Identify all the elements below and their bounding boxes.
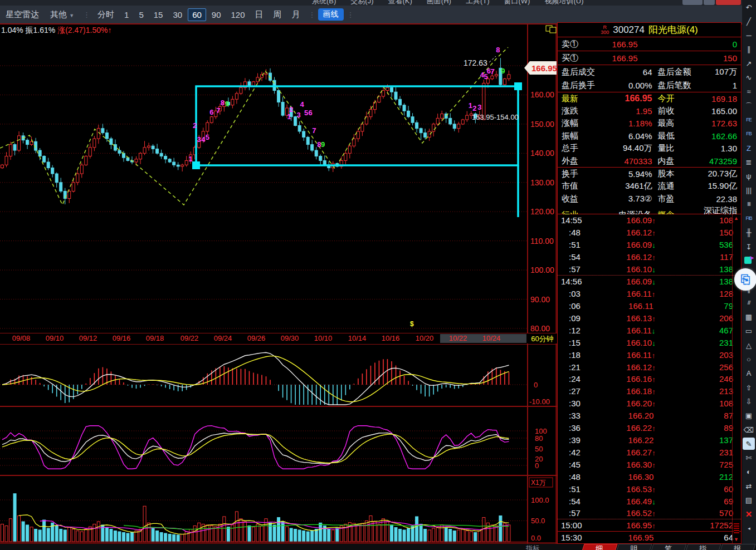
- fib-retracement-icon[interactable]: |||: [743, 184, 755, 197]
- fib-expansion-icon[interactable]: FE: [743, 114, 755, 126]
- arrow-down-icon[interactable]: ⇩: [743, 395, 755, 407]
- period-button-30[interactable]: 30: [168, 8, 187, 21]
- candle: [466, 115, 469, 120]
- copy-icon[interactable]: ▣: [743, 410, 755, 422]
- scroll-thumb[interactable]: [734, 523, 739, 533]
- candle: [457, 124, 460, 129]
- menu-item-6[interactable]: 视频培训(U): [544, 0, 583, 6]
- fib-fan-icon[interactable]: FB: [743, 128, 755, 140]
- current-price-tag: 166.95: [524, 61, 557, 75]
- brush-icon[interactable]: ✎: [743, 438, 755, 450]
- volume-pane[interactable]: X1万100.050.00.0: [0, 476, 557, 544]
- bottom-tab-笔[interactable]: 笔: [650, 544, 686, 550]
- ask-row: 卖①166.950: [558, 37, 741, 51]
- other-dropdown[interactable]: 其他 ▼: [45, 9, 80, 20]
- menu-item-1[interactable]: 交易(J): [350, 0, 373, 6]
- bottom-tab-明[interactable]: 明: [616, 544, 652, 550]
- candle: [206, 122, 209, 131]
- range-label: 153.95-154.00: [472, 113, 519, 121]
- arrow-up-icon[interactable]: ⇧: [743, 381, 755, 394]
- speed-lines-icon[interactable]: ‖‖: [743, 198, 755, 210]
- minimize-button[interactable]: [682, 0, 703, 5]
- drag-handle[interactable]: [192, 161, 200, 169]
- kdj-pane[interactable]: 1008050200: [0, 407, 557, 476]
- x-axis-label: 09/12: [79, 334, 97, 342]
- bottom-tab-报[interactable]: 报: [719, 544, 755, 550]
- period-button-15[interactable]: 15: [149, 8, 168, 21]
- rect-draw-active-icon[interactable]: ➤: [743, 254, 755, 267]
- delete-drawings-icon[interactable]: ✕: [743, 508, 755, 520]
- price-chart[interactable]: 170.00160.00150.00140.00130.00120.00110.…: [0, 24, 557, 333]
- menu-item-2[interactable]: 查看(K): [388, 0, 412, 6]
- candle: [240, 87, 242, 93]
- radar-button[interactable]: 星空雷达: [0, 9, 45, 20]
- menu-item-5[interactable]: 窗口(W): [504, 0, 530, 6]
- draw-line-button[interactable]: 画线: [318, 8, 344, 21]
- close-button[interactable]: [716, 0, 741, 5]
- period-button-120[interactable]: 120: [227, 8, 250, 21]
- period-button-分时[interactable]: 分时: [93, 8, 119, 22]
- svg-text:3: 3: [197, 135, 201, 144]
- horizontal-line-icon[interactable]: ─: [743, 30, 755, 42]
- gann-grid-icon[interactable]: ╫: [743, 227, 755, 239]
- hatched-rect-icon[interactable]: ▦: [743, 311, 755, 323]
- drop-arrow-icon[interactable]: ↧: [743, 240, 755, 253]
- candle: [181, 165, 184, 166]
- regression-channel-icon[interactable]: ///: [743, 297, 755, 309]
- ruler-icon[interactable]: ▤: [743, 494, 755, 507]
- undo-icon[interactable]: ↶: [743, 1, 755, 13]
- candle: [139, 153, 142, 159]
- period-button-月[interactable]: 月: [287, 8, 305, 22]
- pitchfork-icon[interactable]: ψ: [743, 170, 755, 183]
- triangle-icon[interactable]: △: [743, 339, 755, 351]
- rectangle-icon[interactable]: ▭: [743, 325, 755, 337]
- y-axis-label: 150.00: [530, 120, 554, 129]
- curve-icon[interactable]: ∿: [743, 72, 755, 84]
- x-axis-label: 09/30: [281, 334, 299, 342]
- menu-item-4[interactable]: 工具(T): [466, 0, 490, 6]
- fib-time-icon[interactable]: FIB: [743, 213, 755, 225]
- bottom-tab-指[interactable]: 指: [685, 544, 721, 550]
- maximize-button[interactable]: [704, 0, 715, 5]
- tick-scrollbar[interactable]: ▲ ▼: [732, 214, 741, 543]
- scissors-icon[interactable]: ✄: [743, 452, 755, 464]
- scroll-up-icon[interactable]: ▲: [734, 215, 739, 221]
- svg-text:3: 3: [297, 111, 301, 119]
- flip-icon[interactable]: ⇄: [743, 480, 755, 492]
- share-icon[interactable]: ⎘: [734, 268, 756, 291]
- quote-row-涨幅: 涨幅1.18%最高172.63: [558, 117, 741, 130]
- ellipse-icon[interactable]: ○: [743, 353, 755, 366]
- erase-icon[interactable]: ⌫: [743, 424, 755, 436]
- drag-handle[interactable]: [514, 82, 522, 90]
- arc-icon[interactable]: ⌒: [743, 100, 755, 112]
- period-button-1[interactable]: 1: [120, 8, 133, 21]
- split-view-icon[interactable]: [546, 26, 556, 33]
- period-button-5[interactable]: 5: [134, 8, 148, 21]
- wave-icon[interactable]: ≈: [743, 86, 755, 98]
- rectangle-drawing[interactable]: [192, 82, 522, 217]
- parallel-lines-icon[interactable]: ∥: [743, 43, 755, 56]
- scroll-down-icon[interactable]: ▼: [734, 537, 739, 542]
- macd-pane[interactable]: 0-10.00: [0, 343, 557, 407]
- z-pattern-icon[interactable]: Z: [743, 142, 755, 154]
- period-button-周[interactable]: 周: [269, 8, 286, 22]
- menu-item-0[interactable]: 系统(B): [312, 0, 336, 6]
- bottom-tab-细[interactable]: 细: [581, 544, 617, 550]
- speaker-icon[interactable]: ◂: [743, 522, 755, 534]
- text-label-icon[interactable]: A: [743, 367, 755, 380]
- menu-item-3[interactable]: 画面(H): [427, 0, 451, 6]
- palette-icon[interactable]: ◐: [743, 466, 755, 478]
- tick-row: :09166.13↑206: [558, 312, 741, 324]
- y-axis-label: 120.00: [530, 207, 554, 216]
- arrow-trend-icon[interactable]: ↗: [743, 57, 755, 70]
- period-button-90[interactable]: 90: [207, 8, 226, 21]
- line-segment-icon[interactable]: ╱: [743, 15, 755, 27]
- period-button-日[interactable]: 日: [251, 8, 268, 22]
- x-axis-label: 09/10: [46, 334, 64, 342]
- x-axis-label: 10/24: [482, 334, 501, 342]
- quote-panel: R300 300274 阳光电源(4) 卖①166.950买①166.95150…: [557, 22, 742, 214]
- period-button-60[interactable]: 60: [188, 8, 206, 21]
- svg-text:1: 1: [189, 155, 193, 163]
- tick-row: :54166.49↓69: [558, 495, 741, 507]
- channel-icon[interactable]: ≣: [743, 156, 755, 168]
